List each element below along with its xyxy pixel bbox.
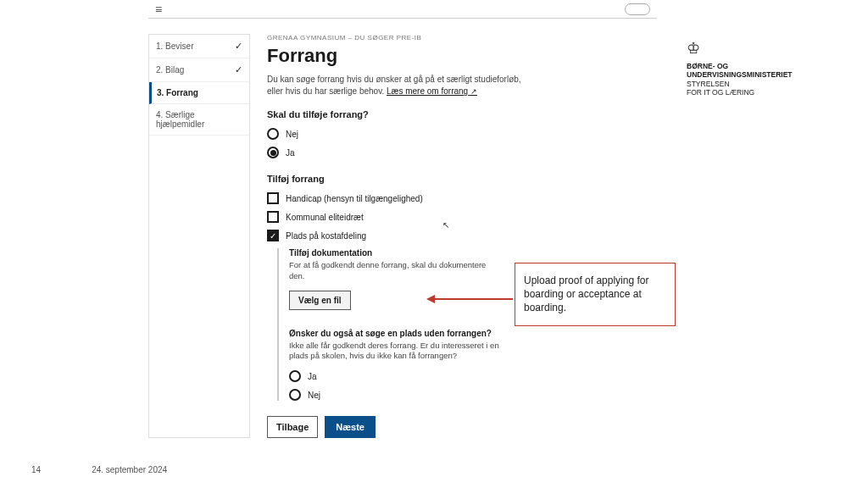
question-forrang: Skal du tilføje forrang? bbox=[267, 109, 657, 119]
sidebar-item-label: 3. Forrang bbox=[157, 88, 198, 97]
bottom-nav: Tilbage Næste bbox=[267, 416, 657, 438]
sidebar-item-label: 1. Beviser bbox=[156, 42, 193, 51]
sidebar-item-bilag[interactable]: 2. Bilag ✓ bbox=[149, 58, 249, 82]
main-area: 1. Beviser ✓ 2. Bilag ✓ 3. Forrang 4. Sæ… bbox=[148, 34, 657, 438]
hamburger-icon[interactable]: ≡ bbox=[155, 3, 162, 16]
callout-arrow bbox=[428, 298, 513, 300]
radio-q2-nej[interactable]: Nej bbox=[289, 389, 657, 401]
checkbox-icon bbox=[267, 211, 279, 223]
mouse-cursor-icon: ↖ bbox=[442, 220, 449, 230]
breadcrumb: GRENAA GYMNASIUM – DU SØGER PRE-IB bbox=[267, 34, 657, 42]
account-button[interactable] bbox=[625, 3, 650, 15]
ministry-logo: ♔ BØRNE- OG UNDERVISNINGSMINISTERIET STY… bbox=[687, 39, 831, 97]
sidebar-item-forrang[interactable]: 3. Forrang bbox=[149, 82, 249, 104]
instruction-callout: Upload proof of applying for boarding or… bbox=[515, 263, 676, 326]
crown-icon: ♔ bbox=[687, 39, 831, 58]
sidebar-item-label: 2. Bilag bbox=[156, 65, 184, 75]
next-button[interactable]: Næste bbox=[325, 416, 376, 438]
check-icon: ✓ bbox=[235, 64, 242, 75]
sidebar-item-label: 4. Særlige hjælpemidler bbox=[156, 110, 242, 129]
topbar: ≡ bbox=[148, 0, 657, 19]
check-handicap[interactable]: Handicap (hensyn til tilgængelighed) bbox=[267, 192, 657, 204]
page-title: Forrang bbox=[267, 45, 657, 67]
radio-icon bbox=[267, 147, 279, 158]
doc-title: Tilføj dokumentation bbox=[289, 248, 657, 258]
step-sidebar: 1. Beviser ✓ 2. Bilag ✓ 3. Forrang 4. Sæ… bbox=[148, 34, 250, 438]
checkbox-icon bbox=[267, 192, 279, 204]
intro-link[interactable]: Læs mere om forrang ↗ bbox=[387, 86, 477, 96]
back-button[interactable]: Tilbage bbox=[267, 416, 318, 438]
external-link-icon: ↗ bbox=[470, 87, 477, 96]
choose-file-button[interactable]: Vælg en fil bbox=[289, 291, 351, 310]
app-frame: ≡ 1. Beviser ✓ 2. Bilag ✓ 3. Forrang 4. … bbox=[148, 0, 657, 438]
doc-desc: For at få godkendt denne forrang, skal d… bbox=[289, 260, 501, 282]
check-icon: ✓ bbox=[235, 41, 242, 52]
radio-ja[interactable]: Ja bbox=[267, 147, 657, 158]
radio-q2-ja[interactable]: Ja bbox=[289, 370, 657, 382]
slide-footer: 14 24. september 2024 bbox=[31, 465, 167, 474]
check-elite[interactable]: Kommunal eliteidræt bbox=[267, 211, 657, 223]
content: GRENAA GYMNASIUM – DU SØGER PRE-IB Forra… bbox=[267, 34, 657, 438]
footer-date: 24. september 2024 bbox=[92, 465, 167, 474]
sidebar-item-beviser[interactable]: 1. Beviser ✓ bbox=[149, 35, 249, 58]
page-number: 14 bbox=[31, 465, 41, 474]
q2-desc: Ikke alle får godkendt deres forrang. Er… bbox=[289, 341, 501, 363]
radio-icon bbox=[289, 370, 301, 382]
q2-title: Ønsker du også at søge en plads uden for… bbox=[289, 329, 657, 338]
radio-icon bbox=[267, 128, 279, 140]
check-kost[interactable]: ✓ Plads på kostafdeling bbox=[267, 230, 657, 241]
radio-icon bbox=[289, 389, 301, 401]
checkbox-icon: ✓ bbox=[267, 230, 279, 241]
intro-text: Du kan søge forrang hvis du ønsker at gå… bbox=[267, 74, 521, 97]
sidebar-item-hjaelpemidler[interactable]: 4. Særlige hjælpemidler bbox=[149, 104, 249, 136]
radio-nej[interactable]: Nej bbox=[267, 128, 657, 140]
sub-title: Tilføj forrang bbox=[267, 174, 657, 184]
